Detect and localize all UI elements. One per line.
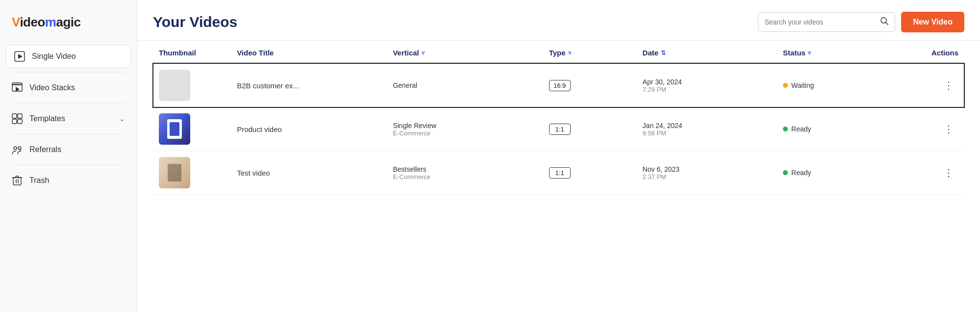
col-header-vertical[interactable]: Vertical ▿ (387, 41, 543, 63)
search-icon (880, 17, 889, 26)
play-box-icon (14, 51, 25, 62)
chevron-down-icon: ⌄ (119, 115, 125, 123)
sidebar-divider-1 (12, 72, 125, 73)
sidebar-divider-2 (12, 103, 125, 104)
sidebar: Videomagic Single Video Video Stacks (0, 0, 137, 312)
header-actions: New Video (758, 12, 964, 32)
page-header: Your Videos New Video (137, 0, 980, 41)
logo: Videomagic (0, 10, 137, 44)
row1-actions: ⋮ (902, 63, 964, 107)
sidebar-item-referrals[interactable]: Referrals (0, 137, 137, 162)
vertical-filter-icon: ▿ (422, 50, 425, 56)
table-header-row: Thumbnail Video Title Vertical ▿ (153, 41, 964, 63)
sidebar-item-referrals-label: Referrals (29, 145, 61, 154)
row1-thumbnail (153, 63, 231, 107)
date-sort-icon: ⇅ (661, 50, 666, 56)
svg-rect-6 (18, 114, 22, 118)
svg-point-12 (881, 18, 886, 23)
row1-more-actions-button[interactable]: ⋮ (940, 78, 958, 93)
row3-type: 1:1 (543, 151, 637, 195)
row2-more-actions-button[interactable]: ⋮ (940, 121, 958, 137)
type-filter-icon: ▿ (568, 50, 571, 56)
row2-actions: ⋮ (902, 107, 964, 151)
row2-title: Product video (231, 107, 387, 151)
referrals-icon (12, 144, 23, 155)
row1-status: Waiting (777, 63, 902, 107)
logo-agic: agic (56, 15, 80, 29)
row2-thumbnail (153, 107, 231, 151)
col-header-status[interactable]: Status ▿ (777, 41, 902, 63)
sidebar-item-video-stacks-label: Video Stacks (29, 83, 75, 92)
sidebar-item-single-video[interactable]: Single Video (6, 45, 131, 68)
row1-type: 16:9 (543, 63, 637, 107)
sidebar-item-trash-label: Trash (29, 176, 49, 185)
search-container (758, 12, 895, 32)
svg-marker-1 (18, 54, 23, 59)
col-header-date[interactable]: Date ⇅ (637, 41, 777, 63)
logo-v: V (12, 15, 20, 29)
thumbnail-image (159, 113, 190, 145)
status-label: Waiting (791, 81, 814, 89)
row2-status: Ready (777, 107, 902, 151)
logo-ideo: ideo (20, 15, 45, 29)
status-label: Ready (791, 169, 811, 177)
sidebar-item-templates-label: Templates (29, 114, 65, 123)
row3-actions: ⋮ (902, 151, 964, 195)
logo-m: m (45, 15, 56, 29)
search-input[interactable] (764, 18, 876, 26)
thumbnail-placeholder (159, 70, 190, 101)
col-header-thumbnail: Thumbnail (153, 41, 231, 63)
status-cell: Waiting (783, 81, 896, 89)
status-cell: Ready (783, 125, 896, 133)
row1-date: Apr 30, 2024 7:29 PM (637, 63, 777, 107)
type-badge: 16:9 (549, 80, 571, 91)
status-dot (783, 170, 788, 175)
sidebar-item-trash[interactable]: Trash (0, 168, 137, 193)
templates-icon (12, 113, 23, 124)
col-header-type[interactable]: Type ▿ (543, 41, 637, 63)
page-title: Your Videos (153, 14, 237, 30)
new-video-button[interactable]: New Video (901, 12, 964, 32)
table-row[interactable]: B2B customer ex... General 16:9 Apr 30, … (153, 63, 964, 107)
svg-rect-8 (18, 119, 22, 124)
svg-rect-11 (13, 178, 21, 185)
row1-vertical: General (387, 63, 543, 107)
row3-status: Ready (777, 151, 902, 195)
type-badge: 1:1 (549, 167, 571, 179)
row2-vertical: Single Review E-Commerce (387, 107, 543, 151)
status-dot (783, 127, 788, 131)
stack-icon (12, 82, 23, 93)
trash-icon (12, 175, 23, 186)
svg-rect-5 (12, 114, 17, 118)
row1-title: B2B customer ex... (231, 63, 387, 107)
svg-point-9 (14, 147, 17, 150)
thumbnail-image (159, 157, 190, 188)
svg-rect-3 (12, 83, 22, 85)
status-label: Ready (791, 125, 811, 133)
main-content: Your Videos New Video Thum (137, 0, 980, 312)
col-header-title: Video Title (231, 41, 387, 63)
row2-date: Jan 24, 2024 9:56 PM (637, 107, 777, 151)
sidebar-item-single-video-label: Single Video (32, 52, 76, 61)
videos-table: Thumbnail Video Title Vertical ▿ (153, 41, 964, 195)
sidebar-item-templates[interactable]: Templates ⌄ (0, 106, 137, 131)
row3-more-actions-button[interactable]: ⋮ (940, 165, 958, 181)
col-header-actions: Actions (902, 41, 964, 63)
row3-date: Nov 6, 2023 2:37 PM (637, 151, 777, 195)
status-filter-icon: ▿ (808, 50, 811, 56)
status-dot (783, 83, 788, 88)
svg-rect-7 (12, 119, 17, 124)
sidebar-divider-3 (12, 134, 125, 134)
sidebar-item-video-stacks[interactable]: Video Stacks (0, 76, 137, 100)
search-button[interactable] (880, 17, 889, 27)
table-row[interactable]: Test video Bestsellers E-Commerce 1:1 No… (153, 151, 964, 195)
table-row[interactable]: Product video Single Review E-Commerce 1… (153, 107, 964, 151)
row3-title: Test video (231, 151, 387, 195)
row3-thumbnail (153, 151, 231, 195)
sidebar-divider-4 (12, 165, 125, 165)
row2-type: 1:1 (543, 107, 637, 151)
row3-vertical: Bestsellers E-Commerce (387, 151, 543, 195)
videos-table-container: Thumbnail Video Title Vertical ▿ (137, 41, 980, 312)
type-badge: 1:1 (549, 124, 571, 135)
status-cell: Ready (783, 169, 896, 177)
